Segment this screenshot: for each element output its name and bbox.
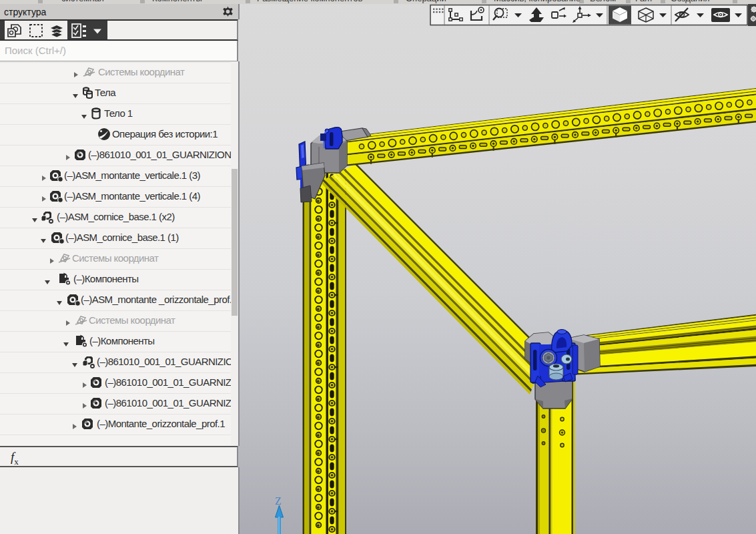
svg-text:Z: Z: [275, 495, 282, 507]
